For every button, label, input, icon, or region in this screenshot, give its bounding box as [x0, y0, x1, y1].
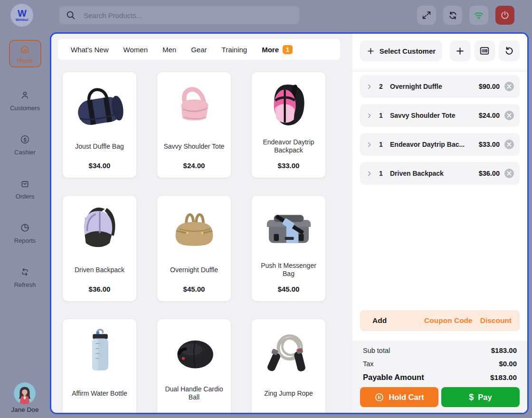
- product-image: [161, 322, 228, 383]
- plus-icon: [456, 47, 465, 56]
- sidebar-item-label: Refresh: [14, 281, 36, 288]
- cart-item-qty: 1: [378, 112, 384, 119]
- add-coupon-discount-row: Add Coupon Code Discount: [360, 310, 520, 331]
- product-card[interactable]: Push It Messenger Bag $45.00: [252, 196, 325, 301]
- webkul-logo-mark: W: [18, 9, 26, 18]
- cart-item-name: Savvy Shoulder Tote: [390, 112, 475, 119]
- cart-item-row[interactable]: 1 Savvy Shoulder Tote $24.00: [360, 104, 520, 127]
- product-card[interactable]: Savvy Shoulder Tote $24.00: [157, 72, 231, 178]
- product-card[interactable]: Driven Backpack $36.00: [63, 196, 136, 301]
- discount-link[interactable]: Discount: [480, 316, 512, 325]
- wifi-status-button[interactable]: [469, 6, 488, 25]
- tab-label: Training: [222, 46, 247, 54]
- tax-row: Tax $0.00: [363, 360, 517, 368]
- product-price: $36.00: [89, 285, 111, 293]
- power-icon: [500, 10, 510, 20]
- product-image: [161, 199, 228, 259]
- tax-value: $0.00: [499, 360, 517, 368]
- tab-label: What's New: [71, 46, 109, 54]
- sidebar-item-customers[interactable]: Customers: [9, 90, 41, 112]
- product-card[interactable]: Zing Jump Rope: [252, 319, 325, 414]
- close-icon: [507, 142, 512, 147]
- product-price: $45.00: [278, 285, 300, 293]
- reset-cart-button[interactable]: [499, 40, 520, 61]
- cart-item-name: Driven Backpack: [390, 170, 475, 177]
- sidebar-item-cashier[interactable]: $ Cashier: [9, 134, 41, 156]
- remove-item-button[interactable]: [504, 140, 514, 149]
- chevron-right-icon[interactable]: [366, 83, 373, 90]
- remove-item-button[interactable]: [504, 111, 514, 120]
- search-input[interactable]: [83, 11, 299, 20]
- product-card[interactable]: Endeavor Daytrip Backpack $33.00: [252, 72, 325, 178]
- product-name: Driven Backpack: [71, 261, 128, 278]
- coupon-code-link[interactable]: Coupon Code: [424, 316, 473, 325]
- add-label: Add: [372, 316, 387, 325]
- product-card[interactable]: Joust Duffle Bag $34.00: [63, 72, 136, 178]
- product-image: [66, 75, 133, 136]
- tab-what-s-new[interactable]: What's New: [71, 46, 109, 54]
- main-panel: What's New Women Men Gear Training More …: [50, 32, 529, 414]
- sidebar-item-orders[interactable]: Orders: [9, 178, 41, 200]
- product-image: [66, 322, 133, 383]
- tab-women[interactable]: Women: [124, 46, 148, 54]
- dollar-icon: $: [469, 392, 474, 402]
- cart-item-price: $36.00: [479, 170, 500, 177]
- user-profile[interactable]: Jane Doe: [11, 382, 39, 413]
- sidebar-item-home[interactable]: Home: [9, 40, 41, 67]
- product-image: [256, 322, 322, 383]
- customers-icon: [19, 90, 30, 103]
- close-icon: [507, 171, 512, 176]
- tab-more[interactable]: More 1: [262, 45, 293, 54]
- sidebar-item-refresh[interactable]: Refresh: [9, 266, 41, 288]
- select-customer-button[interactable]: Select Customer: [360, 40, 442, 61]
- reset-icon: [504, 46, 514, 56]
- select-customer-label: Select Customer: [380, 47, 436, 55]
- sync-button[interactable]: [443, 6, 462, 25]
- remove-item-button[interactable]: [504, 82, 514, 91]
- tab-training[interactable]: Training: [222, 46, 247, 54]
- product-price: $24.00: [183, 162, 205, 170]
- payable-amount-value: $183.00: [490, 373, 517, 382]
- tab-gear[interactable]: Gear: [191, 46, 207, 54]
- payable-amount-row: Payable Amount $183.00: [363, 373, 517, 382]
- product-name: Zing Jump Rope: [260, 385, 317, 402]
- cart-item-qty: 2: [378, 83, 384, 90]
- cart-item-name: Endeavor Daytrip Bac...: [390, 141, 475, 148]
- power-button[interactable]: [495, 6, 514, 25]
- add-custom-product-button[interactable]: [450, 40, 471, 61]
- cart-item-row[interactable]: 2 Overnight Duffle $90.00: [360, 75, 520, 98]
- cart-item-price: $24.00: [479, 112, 500, 119]
- product-card[interactable]: Dual Handle Cardio Ball: [157, 319, 231, 414]
- fullscreen-button[interactable]: [417, 6, 436, 25]
- chevron-right-icon[interactable]: [366, 141, 373, 148]
- chevron-right-icon[interactable]: [366, 170, 373, 177]
- cart-items-list: 2 Overnight Duffle $90.00 1 Savvy Should…: [352, 71, 527, 310]
- barcode-scan-button[interactable]: [475, 40, 495, 61]
- close-icon: [507, 84, 512, 89]
- cart-item-row[interactable]: 1 Driven Backpack $36.00: [360, 162, 520, 185]
- topbar-actions: [417, 6, 514, 25]
- orders-icon: [19, 178, 30, 191]
- tab-label: Men: [162, 46, 176, 54]
- close-icon: [507, 113, 512, 118]
- tax-label: Tax: [363, 360, 374, 368]
- chevron-right-icon[interactable]: [366, 112, 373, 119]
- product-price: $33.00: [278, 162, 300, 170]
- plus-icon: [367, 47, 375, 55]
- tab-men[interactable]: Men: [162, 46, 176, 54]
- sidebar-item-reports[interactable]: Reports: [9, 222, 41, 244]
- pay-button[interactable]: $ Pay: [441, 387, 520, 407]
- product-image: [161, 75, 228, 136]
- cart-header: Select Customer: [352, 34, 527, 71]
- product-search[interactable]: [59, 6, 299, 24]
- webkul-logo-text: Webkul: [16, 18, 28, 22]
- sidebar-item-label: Customers: [10, 104, 40, 112]
- webkul-logo[interactable]: W Webkul: [10, 4, 33, 27]
- cart-item-row[interactable]: 1 Endeavor Daytrip Bac... $33.00: [360, 133, 520, 156]
- hold-cart-button[interactable]: Hold Cart: [360, 387, 438, 407]
- product-card[interactable]: Affirm Water Bottle: [63, 319, 136, 414]
- tab-badge: 1: [283, 45, 293, 54]
- svg-text:$: $: [23, 137, 26, 142]
- product-card[interactable]: Overnight Duffle $45.00: [157, 196, 231, 301]
- remove-item-button[interactable]: [504, 169, 514, 178]
